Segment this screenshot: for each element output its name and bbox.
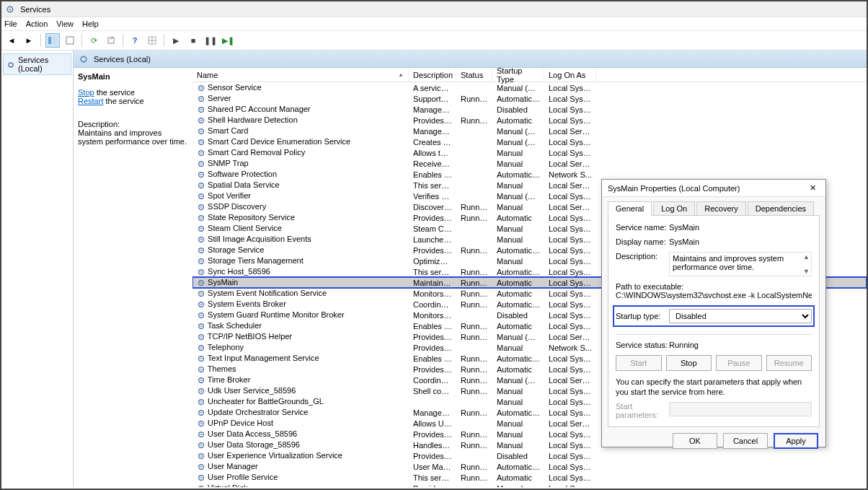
scroll-up-icon[interactable]: ▲ xyxy=(803,253,810,261)
value-service-status: Running xyxy=(669,341,812,349)
table-row[interactable]: Smart Card Device Enumeration ServiceCre… xyxy=(192,136,867,147)
forward-button[interactable]: ► xyxy=(22,33,36,48)
column-startup-type[interactable]: Startup Type xyxy=(492,68,544,82)
startup-type-select[interactable]: Disabled xyxy=(669,309,812,323)
restart-link[interactable]: Restart xyxy=(78,97,103,105)
svg-point-58 xyxy=(200,336,202,338)
startup-type-row: Startup type: Disabled xyxy=(613,305,815,327)
table-row[interactable]: Shell Hardware DetectionProvides no...Ru… xyxy=(192,115,867,126)
table-row[interactable]: Smart Card Removal PolicyAllows the s...… xyxy=(192,147,867,158)
tree-services-local[interactable]: Services (Local) xyxy=(3,53,71,75)
svg-point-76 xyxy=(200,434,202,435)
svg-point-34 xyxy=(200,206,202,208)
service-icon xyxy=(197,267,205,276)
tree-label: Services (Local) xyxy=(18,56,68,73)
svg-point-30 xyxy=(200,185,202,186)
dialog-tabs: General Log On Recovery Dependencies xyxy=(602,197,825,216)
stop-service-link-row: Stop the service xyxy=(78,88,188,97)
column-name[interactable]: Name▲ xyxy=(192,68,409,82)
column-logon-as[interactable]: Log On As xyxy=(544,68,596,82)
apply-button[interactable]: Apply xyxy=(774,433,818,449)
table-row[interactable]: Shared PC Account ManagerManages pr...Di… xyxy=(192,104,867,115)
description-text: Maintains and improves system performanc… xyxy=(78,128,188,146)
table-row[interactable]: User ManagerUser Manag...RunningAutomati… xyxy=(192,461,867,472)
svg-point-68 xyxy=(200,390,202,392)
table-row[interactable]: User Profile ServiceThis service ...Runn… xyxy=(192,472,867,483)
service-icon xyxy=(197,159,205,168)
menu-file[interactable]: File xyxy=(4,19,17,28)
pause-button[interactable]: Pause xyxy=(716,355,762,371)
service-icon xyxy=(197,170,205,179)
back-button[interactable]: ◄ xyxy=(4,33,19,48)
column-status[interactable]: Status xyxy=(456,68,492,82)
service-icon xyxy=(197,115,205,125)
help-button[interactable]: ? xyxy=(128,33,142,48)
toolbar-separator xyxy=(81,34,82,47)
service-icon xyxy=(197,126,205,136)
svg-point-9 xyxy=(9,63,13,67)
svg-point-1 xyxy=(9,8,11,9)
grid-button[interactable] xyxy=(145,33,159,48)
service-icon xyxy=(197,278,205,287)
menu-view[interactable]: View xyxy=(56,19,74,28)
properties-button[interactable] xyxy=(63,33,77,48)
pause-service-button[interactable]: ❚❚ xyxy=(203,33,218,48)
window-titlebar: Services xyxy=(1,1,867,17)
service-icon xyxy=(197,451,205,460)
svg-point-62 xyxy=(200,358,202,359)
service-icon xyxy=(197,235,205,244)
table-row[interactable]: Sensor ServiceA service fo...Manual (Tri… xyxy=(192,82,867,93)
start-service-button[interactable]: ▶ xyxy=(169,33,183,48)
table-row[interactable]: Virtual DiskProvides m...ManualLocal Sys… xyxy=(192,483,867,487)
close-icon[interactable]: ✕ xyxy=(805,183,820,193)
menu-help[interactable]: Help xyxy=(82,19,99,28)
start-button[interactable]: Start xyxy=(616,355,662,371)
export-button[interactable] xyxy=(104,33,118,48)
svg-point-36 xyxy=(200,217,202,219)
table-row[interactable]: SNMP TrapReceives tra...ManualLocal Serv… xyxy=(192,158,867,169)
column-description[interactable]: Description xyxy=(409,68,456,82)
stop-service-button[interactable]: ■ xyxy=(186,33,200,48)
service-icon xyxy=(197,94,205,103)
dialog-title: SysMain Properties (Local Computer) xyxy=(608,184,740,193)
svg-point-18 xyxy=(200,120,202,121)
ok-button[interactable]: OK xyxy=(673,433,717,449)
tab-general[interactable]: General xyxy=(608,201,652,216)
value-display-name: SysMain xyxy=(669,237,812,246)
service-icon xyxy=(197,299,205,309)
services-icon xyxy=(79,54,89,64)
svg-point-82 xyxy=(200,466,202,468)
dialog-footer: OK Cancel Apply xyxy=(602,433,825,456)
stop-button[interactable]: Stop xyxy=(666,355,712,371)
cancel-button[interactable]: Cancel xyxy=(723,433,768,449)
svg-rect-3 xyxy=(52,37,57,44)
svg-point-28 xyxy=(200,174,202,175)
service-icon xyxy=(197,289,205,298)
table-row[interactable]: Smart CardManages ac...Manual (Trig...Lo… xyxy=(192,126,867,136)
table-row[interactable]: ServerSupports fil...RunningAutomatic (T… xyxy=(192,93,867,104)
tab-recovery[interactable]: Recovery xyxy=(696,201,745,216)
svg-point-48 xyxy=(200,282,202,284)
service-icon xyxy=(197,408,205,417)
dialog-titlebar: SysMain Properties (Local Computer) ✕ xyxy=(602,180,825,197)
tab-dependencies[interactable]: Dependencies xyxy=(748,201,814,216)
svg-point-16 xyxy=(200,109,202,110)
svg-point-38 xyxy=(200,228,202,229)
service-icon xyxy=(197,310,205,320)
tab-logon[interactable]: Log On xyxy=(653,201,695,216)
restart-service-button[interactable]: ▶❚ xyxy=(221,33,235,48)
service-icon xyxy=(197,245,205,255)
stop-link[interactable]: Stop xyxy=(78,88,94,97)
label-startup-type: Startup type: xyxy=(616,312,669,320)
svg-point-50 xyxy=(200,293,202,294)
refresh-button[interactable]: ⟳ xyxy=(87,33,101,48)
menu-action[interactable]: Action xyxy=(26,19,48,28)
table-row[interactable]: Software ProtectionEnables the ...Automa… xyxy=(192,169,867,180)
svg-rect-4 xyxy=(66,37,74,44)
grid-header: Name▲ Description Status Startup Type Lo… xyxy=(192,68,867,82)
show-hide-tree-button[interactable] xyxy=(45,33,60,48)
resume-button[interactable]: Resume xyxy=(766,355,812,371)
svg-point-22 xyxy=(200,141,202,143)
scroll-down-icon[interactable]: ▼ xyxy=(803,268,810,275)
svg-point-52 xyxy=(200,304,202,305)
